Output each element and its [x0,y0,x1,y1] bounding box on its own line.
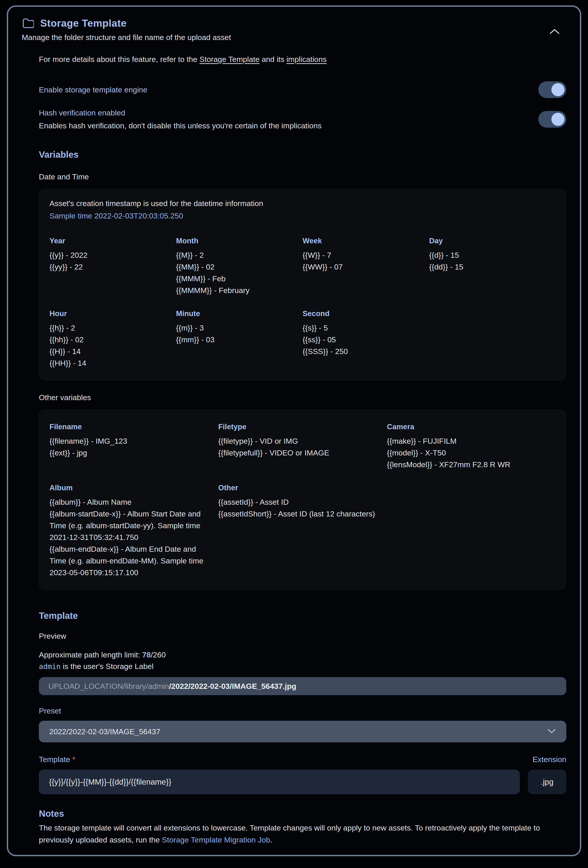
variable-group-filetype: Filetype {{filetype}} - VID or IMG {{fil… [218,422,387,470]
template-form-row: Template* Extension .jpg [39,755,566,794]
engine-toggle[interactable] [538,81,566,98]
hash-toggle-knob [551,113,564,126]
variable-line: {{mm}} - 03 [176,334,291,345]
path-preview-result: /2022/2022-02-03/IMAGE_56437.jpg [169,682,296,691]
variable-line: {{filename}} - IMG_123 [49,435,207,447]
required-asterisk: * [72,755,75,764]
variable-group-title: Year [49,236,165,245]
extension-label: Extension [528,755,566,764]
hash-toggle-description: Enables hash verification, don't disable… [39,121,322,130]
variable-line: {{album}} - Album Name [49,496,207,508]
variable-line: {{s}} - 5 [303,322,418,334]
variable-group-title: Hour [49,309,165,318]
variable-line: {{SSS}} - 250 [303,345,418,357]
variable-line: {{model}} - X-T50 [387,447,544,459]
hash-toggle-row: Hash verification enabled Enables hash v… [39,108,566,130]
variable-group-title: Album [49,483,207,492]
notes-text-before: The storage template will convert all ex… [39,824,540,844]
preset-select[interactable]: 2022/2022-02-03/IMAGE_56437 [39,721,566,743]
other-variables-panel: Filename {{filename}} - IMG_123 {{ext}} … [39,410,566,590]
template-label-text: Template [39,755,70,764]
datetime-sample: Sample time 2022-02-03T20:03:05.250 [49,211,555,220]
storage-label-code: admin [39,662,61,671]
variable-group-title: Other [218,483,376,492]
storage-template-docs-link[interactable]: Storage Template [199,55,260,63]
limit-value: 78 [142,650,151,659]
limit-suffix: /260 [151,650,165,659]
storage-label-line: admin is the user's Storage Label [39,662,566,671]
variable-line: {{H}} - 14 [49,345,165,357]
hash-toggle-text: Hash verification enabled Enables hash v… [39,108,322,130]
variable-line: {{lensModel}} - XF27mm F2.8 R WR [387,459,544,470]
variable-group-day: Day {{d}} - 15 {{dd}} - 15 [429,236,555,296]
limit-prefix: Approximate path length limit: [39,650,142,659]
variable-group-other: Other {{assetId}} - Asset ID {{assetIdSh… [218,483,387,579]
variable-line: {{d}} - 15 [429,249,544,261]
storage-template-migration-job-link[interactable]: Storage Template Migration Job [162,836,270,844]
variable-group-title: Filename [49,422,207,431]
variables-heading: Variables [39,149,566,160]
variable-line: {{m}} - 3 [176,322,291,334]
card-header: Storage Template [22,17,566,30]
datetime-note: Asset's creation timestamp is used for t… [49,199,555,208]
variable-group-filename: Filename {{filename}} - IMG_123 {{ext}} … [49,422,218,470]
variable-line: {{ss}} - 05 [303,334,418,345]
template-heading: Template [39,611,566,621]
variable-group-title: Second [303,309,418,318]
variable-line: {{album-endDate-x}} - Album End Date and… [49,543,207,579]
hash-toggle-label: Hash verification enabled [39,108,322,117]
engine-toggle-row: Enable storage template engine [39,81,566,98]
variable-group-title: Camera [387,422,544,431]
collapse-section-button[interactable] [548,27,561,37]
variable-line: {{make}} - FUJIFILM [387,435,544,447]
variable-group-title: Week [303,236,418,245]
variable-group-title: Minute [176,309,291,318]
path-preview: UPLOAD_LOCATION/library/admin/2022/2022-… [39,677,566,695]
extension-column: Extension .jpg [528,755,566,794]
variable-line: {{yy}} - 22 [49,261,165,273]
storage-label-text: is the user's Storage Label [61,662,154,670]
variable-line: {{filetypefull}} - VIDEO or IMAGE [218,447,376,459]
chevron-up-icon [549,32,560,35]
path-preview-prefix: UPLOAD_LOCATION/library/admin [48,682,169,691]
intro-text: For more details about this feature, ref… [39,55,566,64]
variable-group-title: Day [429,236,544,245]
datetime-variable-grid: Year {{y}} - 2022 {{yy}} - 22 Month {{M}… [49,236,555,369]
variable-group-minute: Minute {{m}} - 3 {{mm}} - 03 [176,309,303,369]
preset-label: Preset [39,707,566,715]
variable-group-month: Month {{M}} - 2 {{MM}} - 02 {{MMM}} - Fe… [176,236,303,296]
variable-line: {{h}} - 2 [49,322,165,334]
engine-toggle-label: Enable storage template engine [39,86,147,94]
variable-line: {{HH}} - 14 [49,357,165,369]
variable-line: {{W}} - 7 [303,249,418,261]
variable-line: {{assetIdShort}} - Asset ID (last 12 cha… [218,508,376,520]
variable-group-hour: Hour {{h}} - 2 {{hh}} - 02 {{H}} - 14 {{… [49,309,176,369]
variable-line: {{filetype}} - VID or IMG [218,435,376,447]
variable-group-title: Filetype [218,422,376,431]
notes-heading: Notes [39,809,566,819]
hash-toggle[interactable] [538,111,566,128]
variable-line: {{album-startDate-x}} - Album Start Date… [49,508,207,543]
page-subtitle: Manage the folder structure and file nam… [22,33,566,42]
preset-selected-value: 2022/2022-02-03/IMAGE_56437 [49,727,160,736]
variable-group-title: Month [176,236,291,245]
other-variables-label: Other variables [39,393,566,402]
variable-line: {{hh}} - 02 [49,334,165,345]
variable-group-second: Second {{s}} - 5 {{ss}} - 05 {{SSS}} - 2… [303,309,429,369]
variable-line: {{MMM}} - Feb [176,273,291,285]
variable-group-album: Album {{album}} - Album Name {{album-sta… [49,483,218,579]
page-title: Storage Template [40,18,127,29]
notes-text: The storage template will convert all ex… [39,822,556,846]
path-length-limit: Approximate path length limit: 78/260 [39,650,566,659]
variable-group-year: Year {{y}} - 2022 {{yy}} - 22 [49,236,176,296]
intro-middle: and its [259,55,286,63]
template-field-column: Template* [39,755,520,794]
implications-docs-link[interactable]: implications [287,55,327,63]
variable-group-camera: Camera {{make}} - FUJIFILM {{model}} - X… [387,422,555,470]
variable-group-week: Week {{W}} - 7 {{WW}} - 07 [303,236,429,296]
template-input[interactable] [39,770,520,794]
variable-line: {{assetId}} - Asset ID [218,496,376,508]
variable-line: {{dd}} - 15 [429,261,544,273]
engine-toggle-knob [551,83,564,96]
variable-line: {{y}} - 2022 [49,249,165,261]
